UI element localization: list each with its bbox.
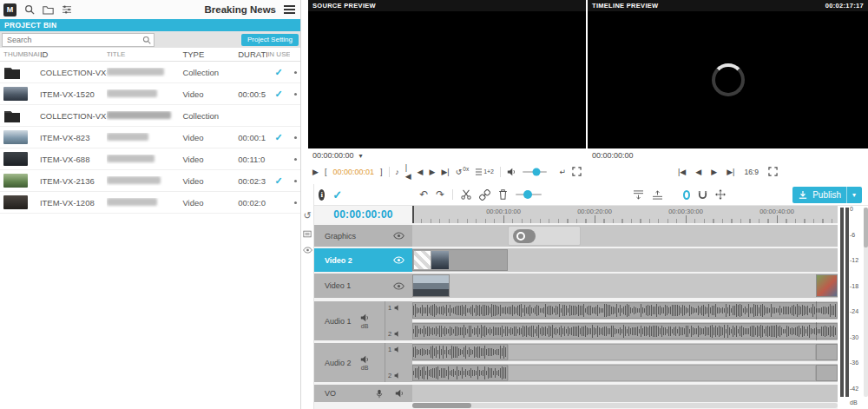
play-icon[interactable]: ▶ <box>312 168 319 176</box>
project-setting-button[interactable]: Project Setting <box>241 34 299 46</box>
timeline-horizontal-scrollbar[interactable] <box>412 403 838 408</box>
aspect-ratio-label[interactable]: 16:9 <box>744 168 759 176</box>
chevron-down-icon[interactable]: ▾ <box>359 152 363 160</box>
audio-clip[interactable] <box>816 365 838 381</box>
audio-channels-icon[interactable]: 1+2 <box>475 168 494 175</box>
timeline-vertical-scrollbar[interactable] <box>864 208 868 397</box>
speaker-icon[interactable] <box>360 313 370 322</box>
column-header-title[interactable]: TITLE <box>107 50 183 58</box>
search-input[interactable] <box>5 35 142 45</box>
video-2-track-lane[interactable] <box>412 248 838 272</box>
approve-button[interactable]: ✓ <box>332 188 342 201</box>
audio-lane[interactable] <box>412 301 838 320</box>
redo-button[interactable]: ↷ <box>436 189 444 200</box>
video-clip[interactable] <box>816 274 838 297</box>
lane-label[interactable]: 1 <box>388 346 410 353</box>
track-header-vo[interactable]: VO <box>314 385 412 402</box>
timeline-ruler[interactable]: 00:00:10:00 00:00:20:00 00:00:30:00 00:0… <box>412 206 838 223</box>
microphone-icon[interactable] <box>376 389 383 399</box>
zoom-slider[interactable] <box>516 194 542 195</box>
mark-out-icon[interactable]: ] <box>380 168 383 176</box>
vo-track-lane[interactable] <box>412 385 838 402</box>
go-to-start-icon[interactable]: |◀ <box>678 168 686 176</box>
audio-lane[interactable] <box>412 343 838 361</box>
fullscreen-icon[interactable] <box>572 167 582 176</box>
fullscreen-icon[interactable] <box>768 167 778 176</box>
lane-label[interactable]: 2 <box>388 372 410 379</box>
eye-icon[interactable] <box>393 232 404 240</box>
video-clip[interactable] <box>412 249 508 271</box>
zoom-slider-knob[interactable] <box>523 190 532 199</box>
playhead-marker[interactable] <box>412 206 414 223</box>
bin-row[interactable]: COLLECTION-VX-911 Collection ✓ <box>0 105 300 127</box>
bin-row[interactable]: ITEM-VX-1520 Video 00:00:5 ✓ <box>0 83 300 105</box>
loop-icon[interactable]: ↺0x <box>456 168 469 176</box>
audio-lane[interactable] <box>412 364 838 382</box>
audio-clip[interactable] <box>816 344 838 360</box>
eye-icon[interactable] <box>393 256 404 264</box>
history-icon[interactable]: ↺ <box>303 210 311 221</box>
column-header-type[interactable]: TYPE <box>182 49 238 59</box>
info-button[interactable]: i <box>319 189 325 201</box>
cut-button[interactable] <box>461 189 471 200</box>
audio-clip[interactable] <box>412 302 838 319</box>
eye-icon[interactable] <box>393 282 404 290</box>
step-back-icon[interactable]: ◀ <box>418 168 424 176</box>
add-marker-icon[interactable]: ♪ <box>395 168 399 176</box>
column-header-duration[interactable]: DURATION <box>238 49 267 59</box>
column-header-id[interactable]: ID <box>40 49 107 59</box>
filter-icon[interactable] <box>62 5 72 14</box>
speaker-icon[interactable] <box>507 168 516 176</box>
go-to-start-icon[interactable]: |◀ <box>405 163 411 181</box>
app-logo[interactable]: M <box>3 3 16 16</box>
volume-slider[interactable] <box>523 171 548 173</box>
delete-button[interactable] <box>498 189 508 200</box>
column-header-in-use[interactable]: IN USE <box>267 50 290 58</box>
link-button[interactable] <box>479 189 490 201</box>
scrollbar-thumb[interactable] <box>864 208 868 247</box>
expand-tracks-icon[interactable] <box>652 190 663 200</box>
audio-lane[interactable] <box>412 322 838 340</box>
lane-label[interactable]: 1 <box>388 304 410 312</box>
step-forward-icon[interactable]: ▶| <box>441 168 449 176</box>
magnet-icon[interactable] <box>698 190 707 200</box>
bin-row[interactable]: ITEM-VX-1208 Video 00:02:0 ✓ <box>0 192 300 214</box>
graphics-track-lane[interactable] <box>412 225 838 247</box>
video-clip[interactable] <box>412 274 450 297</box>
audio-clip[interactable] <box>508 344 816 360</box>
speaker-icon[interactable] <box>395 389 404 398</box>
track-header-video-1[interactable]: Video 1 <box>314 274 412 298</box>
lane-label[interactable]: 2 <box>388 330 410 338</box>
audio-clip[interactable] <box>412 323 838 340</box>
step-forward-icon[interactable]: ▶| <box>727 168 734 176</box>
source-video-surface[interactable] <box>308 11 586 148</box>
monitor-toggle-icon[interactable] <box>303 247 312 254</box>
collapse-tracks-icon[interactable] <box>633 190 644 200</box>
column-header-thumbnail[interactable]: THUMBNAIL <box>0 50 40 58</box>
speaker-icon[interactable] <box>360 355 370 364</box>
publish-dropdown-icon[interactable]: ▾ <box>852 191 856 199</box>
bin-row[interactable]: ITEM-VX-688 Video 00:11:0 ✓ <box>0 148 300 170</box>
bin-row[interactable]: COLLECTION-VX-769 Collection ✓ <box>0 62 300 83</box>
play-button[interactable]: ▶ <box>430 168 436 176</box>
audio-clip[interactable] <box>412 344 508 360</box>
audio-clip[interactable] <box>412 365 508 381</box>
mark-in-icon[interactable]: [ <box>325 168 327 176</box>
search-icon[interactable] <box>24 4 35 15</box>
track-header-video-2[interactable]: Video 2 <box>314 248 412 272</box>
step-back-icon[interactable]: ◀ <box>695 168 701 176</box>
move-tool-icon[interactable] <box>715 189 726 200</box>
search-icon[interactable] <box>142 36 151 44</box>
snap-toggle-icon[interactable] <box>683 190 690 200</box>
notes-icon[interactable] <box>303 230 312 238</box>
video-1-track-lane[interactable] <box>412 274 838 298</box>
track-header-audio-1[interactable]: Audio 1 dB 1 <box>314 301 412 340</box>
folder-icon[interactable] <box>43 5 54 15</box>
play-button[interactable]: ▶ <box>711 168 717 176</box>
bin-row[interactable]: ITEM-VX-823 Video 00:00:1 ✓ <box>0 127 300 148</box>
graphics-clip[interactable] <box>508 226 581 246</box>
send-to-timeline-icon[interactable]: ↵ <box>559 168 566 176</box>
publish-button[interactable]: Publish ▾ <box>792 187 862 203</box>
menu-icon[interactable] <box>284 5 295 14</box>
scrollbar-thumb[interactable] <box>412 403 471 408</box>
